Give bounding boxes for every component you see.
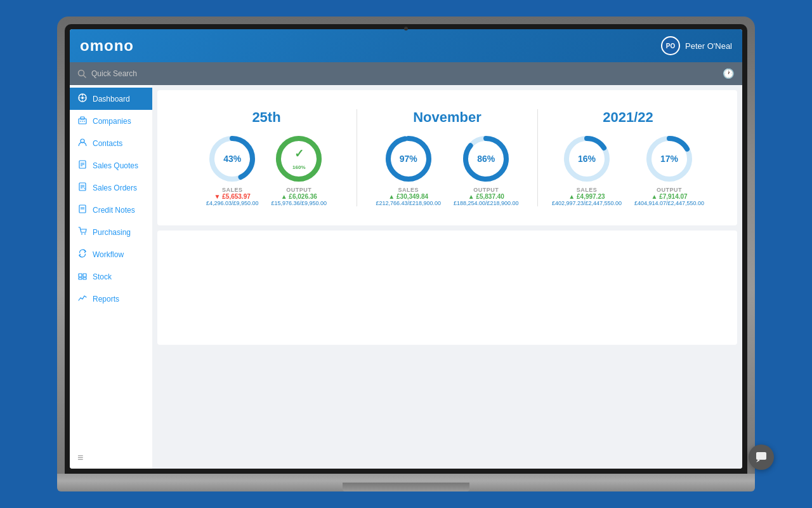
svg-rect-28: [79, 274, 82, 277]
svg-rect-31: [83, 277, 86, 279]
sidebar-label-sales-orders: Sales Orders: [93, 184, 137, 192]
chart-sales-year-sub: £402,997.23/£2,447,550.00: [552, 200, 622, 206]
period-year-title: 2021/22: [603, 109, 653, 126]
credit-notes-icon: [77, 204, 88, 215]
dashboard-icon: [77, 93, 88, 104]
sidebar-item-sales-orders[interactable]: Sales Orders: [70, 177, 152, 199]
chart-sales-month-label: SALES: [398, 187, 419, 193]
sidebar-item-workflow[interactable]: Workflow: [70, 243, 152, 265]
donut-sales-month-label: 97%: [400, 154, 417, 164]
sidebar-item-credit-notes[interactable]: Credit Notes: [70, 199, 152, 221]
period-month-title: November: [413, 109, 481, 126]
svg-rect-44: [756, 452, 766, 460]
app-header: omono PO Peter O'Neal: [70, 29, 742, 62]
donut-output-month-label: 86%: [477, 154, 495, 164]
svg-line-22: [84, 188, 86, 190]
chart-output-day-label: OUTPUT: [286, 187, 311, 193]
stock-icon: [77, 271, 88, 282]
sidebar-item-contacts[interactable]: Contacts: [70, 132, 152, 154]
sidebar-item-companies[interactable]: Companies: [70, 110, 152, 132]
sidebar-item-reports[interactable]: Reports: [70, 288, 152, 310]
sidebar: Dashboard: [70, 85, 152, 469]
search-icon: [77, 69, 86, 78]
search-input-area[interactable]: Quick Search: [77, 69, 137, 78]
chart-sales-month: 97% SALES ▲ £30,349.84 £212,766.43/£218,…: [376, 133, 441, 206]
sidebar-collapse-button[interactable]: ≡: [70, 447, 152, 469]
sidebar-label-purchasing: Purchasing: [93, 228, 131, 237]
chart-sales-month-sub: £212,766.43/£218,900.00: [376, 200, 441, 206]
second-content-panel: [157, 231, 737, 345]
sales-orders-icon: [77, 182, 88, 193]
reports-icon: [77, 293, 88, 304]
donut-output-day-label: ✓ 160%: [292, 147, 305, 171]
chart-output-month-value: ▲ £5,837.40: [468, 193, 504, 200]
chart-sales-day-value: ▼ £5,653.97: [214, 193, 251, 200]
period-day-title: 25th: [252, 109, 280, 126]
search-bar: Quick Search 🕐: [70, 62, 742, 85]
dashboard-panel: 25th: [157, 90, 737, 225]
svg-marker-45: [756, 460, 760, 462]
chart-output-month-label: OUTPUT: [473, 187, 499, 193]
chart-sales-day: 43% SALES ▼ £5,653.97 £4,296.03/£9,950.0…: [206, 133, 259, 206]
user-area: PO Peter O'Neal: [661, 36, 732, 55]
svg-point-27: [84, 234, 86, 235]
chart-output-day: ✓ 160% OUTPUT ▲ £6,026.36 £15,976.36/£9,…: [271, 133, 327, 206]
sidebar-label-dashboard: Dashboard: [93, 95, 130, 104]
donut-output-year-label: 17%: [660, 154, 678, 164]
dashboard-content: 25th: [152, 85, 742, 469]
purchasing-icon: [77, 227, 88, 237]
chart-sales-day-label: SALES: [222, 187, 243, 193]
chart-output-month: 86% OUTPUT ▲ £5,837.40 £188,254.00/£218,…: [454, 133, 519, 206]
svg-rect-29: [83, 274, 86, 277]
svg-point-26: [81, 234, 82, 235]
chat-button[interactable]: [749, 444, 774, 470]
chart-output-month-sub: £188,254.00/£218,900.00: [454, 200, 519, 206]
avatar[interactable]: PO: [661, 36, 680, 55]
app-logo: omono: [80, 37, 134, 55]
workflow-icon: [77, 249, 88, 260]
chart-output-day-sub: £15,976.36/£9,950.00: [271, 200, 327, 206]
sidebar-item-stock[interactable]: Stock: [70, 265, 152, 288]
chart-sales-month-value: ▲ £30,349.84: [388, 193, 428, 200]
chart-output-year-value: ▲ £7,914.07: [651, 193, 687, 200]
sidebar-item-dashboard[interactable]: Dashboard: [70, 88, 152, 110]
chart-sales-year-value: ▲ £4,997.23: [568, 193, 605, 200]
stats-container: 25th: [170, 103, 724, 213]
companies-icon: [77, 116, 88, 126]
sidebar-label-contacts: Contacts: [93, 139, 122, 148]
chart-output-year-label: OUTPUT: [657, 187, 682, 193]
camera-dot: [404, 27, 408, 30]
search-placeholder: Quick Search: [91, 69, 137, 78]
period-year: 2021/22: [544, 109, 712, 206]
sidebar-label-sales-quotes: Sales Quotes: [93, 161, 138, 170]
sidebar-item-purchasing[interactable]: Purchasing: [70, 221, 152, 243]
user-name: Peter O'Neal: [685, 41, 732, 51]
svg-rect-30: [79, 277, 82, 279]
sidebar-label-credit-notes: Credit Notes: [93, 206, 135, 215]
donut-sales-year-label: 16%: [578, 154, 596, 164]
chart-output-year: 17% OUTPUT ▲ £7,914.07 £404,914.07/£2,44…: [634, 133, 704, 206]
chart-sales-year: 16% SALES ▲ £4,997.23 £402,997.23/£2,447…: [552, 133, 622, 206]
sidebar-item-sales-quotes[interactable]: Sales Quotes: [70, 154, 152, 177]
chart-sales-day-sub: £4,296.03/£9,950.00: [206, 200, 259, 206]
period-day: 25th: [183, 109, 350, 206]
chart-output-year-sub: £404,914.07/£2,447,550.00: [634, 200, 704, 206]
period-month: November: [363, 109, 531, 206]
chart-sales-year-label: SALES: [577, 187, 598, 193]
clock-icon[interactable]: 🕐: [723, 68, 735, 79]
chart-output-day-value: ▲ £6,026.36: [281, 193, 317, 200]
donut-sales-day-label: 43%: [223, 154, 241, 164]
contacts-icon: [77, 138, 88, 149]
sales-quotes-icon: [77, 160, 88, 171]
sidebar-label-companies: Companies: [93, 117, 131, 126]
sidebar-label-stock: Stock: [93, 272, 112, 281]
svg-point-3: [81, 97, 84, 99]
sidebar-label-workflow: Workflow: [93, 250, 124, 259]
svg-line-1: [84, 76, 86, 78]
sidebar-label-reports: Reports: [93, 295, 119, 304]
